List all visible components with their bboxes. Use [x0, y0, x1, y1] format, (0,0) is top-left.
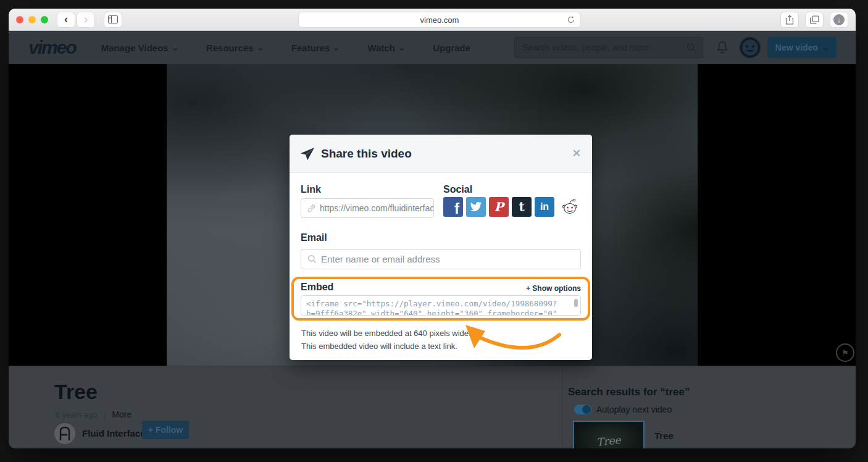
email-label: Email	[301, 232, 327, 243]
annotation-arrow-icon	[456, 321, 567, 364]
column-divider	[562, 366, 562, 448]
link-input[interactable]: https://vimeo.com/fluidinterface	[301, 198, 434, 218]
navbar-menu: Manage Videos ⌄ Resources ⌄ Features ⌄ W…	[87, 43, 485, 53]
twitter-share-button[interactable]	[466, 197, 486, 217]
twitter-bird-icon	[470, 201, 482, 212]
email-placeholder: Enter name or email address	[321, 254, 440, 264]
flag-icon: ⚑	[841, 348, 849, 358]
social-icons-row: f P t in	[443, 197, 580, 217]
meta-divider: |	[104, 410, 106, 419]
close-icon[interactable]: ✕	[572, 147, 581, 160]
traffic-lights	[16, 16, 48, 23]
fluid-interfaces-logo-icon	[59, 426, 71, 441]
search-icon	[686, 43, 696, 52]
navbar-search-input[interactable]: Search videos, people, and more	[514, 37, 703, 58]
search-results-heading: Search results for “tree”	[568, 386, 690, 398]
vimeo-navbar: vimeo Manage Videos ⌄ Resources ⌄ Featur…	[9, 31, 856, 64]
autoplay-label: Autoplay next video	[596, 405, 672, 414]
bell-icon	[716, 41, 728, 54]
channel-avatar[interactable]	[54, 423, 75, 444]
modal-header: Share this video ✕	[290, 135, 592, 173]
search-icon	[307, 254, 317, 264]
reload-icon	[567, 15, 575, 24]
avatar-smiley-icon	[738, 36, 762, 59]
social-label: Social	[443, 184, 472, 195]
reddit-share-button[interactable]	[560, 197, 580, 217]
result-thumbnail[interactable]: Tree	[573, 421, 645, 448]
minimize-window-button[interactable]	[28, 16, 36, 23]
user-avatar[interactable]	[738, 36, 762, 59]
search-placeholder: Search videos, people, and more	[522, 43, 686, 52]
follow-button[interactable]: + Follow	[142, 421, 189, 439]
paper-plane-icon	[300, 147, 315, 161]
video-meta: 6 years ago | More	[56, 410, 131, 419]
more-link[interactable]: More	[112, 410, 131, 419]
video-age: 6 years ago	[56, 410, 98, 419]
channel-name[interactable]: Fluid Interfaces	[82, 428, 151, 439]
menu-features[interactable]: Features ⌄	[277, 43, 354, 53]
embed-note-width: This video will be embedded at 640 pixel…	[301, 329, 471, 338]
linkedin-share-button[interactable]: in	[535, 197, 554, 217]
reload-button[interactable]	[567, 15, 575, 24]
menu-manage-videos[interactable]: Manage Videos ⌄	[87, 43, 192, 53]
toggle-knob	[582, 405, 591, 414]
screenshot-stage: ‹ › vimeo.com	[0, 0, 868, 462]
download-icon: ↓	[833, 14, 845, 25]
close-window-button[interactable]	[16, 16, 23, 23]
tabs-icon	[810, 15, 819, 24]
new-video-button[interactable]: New video ⌄	[767, 37, 837, 58]
menu-resources[interactable]: Resources ⌄	[192, 43, 277, 53]
address-bar[interactable]: vimeo.com	[298, 12, 581, 28]
embed-note-textlink: This embedded video will include a text …	[301, 342, 457, 351]
tumblr-share-button[interactable]: t	[512, 197, 532, 217]
link-value: https://vimeo.com/fluidinterface	[320, 203, 434, 213]
chevron-down-icon: ⌄	[398, 44, 406, 52]
sidebar-icon	[108, 15, 118, 23]
page-content: Tree 6 years ago | More Fluid Interfaces…	[9, 366, 856, 448]
chevron-down-icon: ⌄	[822, 44, 830, 52]
back-button[interactable]: ‹	[57, 12, 75, 28]
forward-button[interactable]: ›	[77, 12, 95, 28]
browser-toolbar: ‹ › vimeo.com	[9, 9, 856, 31]
result-title[interactable]: Tree	[654, 430, 674, 441]
menu-watch[interactable]: Watch ⌄	[354, 43, 419, 53]
link-label: Link	[301, 184, 321, 195]
facebook-icon: f	[454, 200, 459, 217]
pinterest-share-button[interactable]: P	[489, 197, 509, 217]
thumbnail-title-text: Tree	[596, 434, 621, 448]
sidebar-toggle-button[interactable]	[104, 12, 122, 28]
pinterest-icon: P	[494, 200, 503, 214]
zoom-window-button[interactable]	[41, 16, 48, 23]
chevron-down-icon: ⌄	[171, 44, 179, 52]
reddit-snoo-icon	[562, 198, 578, 216]
flag-report-button[interactable]: ⚑	[836, 343, 854, 362]
annotation-highlight-rect	[291, 277, 590, 321]
facebook-share-button[interactable]: f	[443, 197, 463, 217]
browser-window: ‹ › vimeo.com	[9, 9, 856, 448]
autoplay-toggle[interactable]	[574, 405, 591, 414]
url-text: vimeo.com	[420, 15, 459, 25]
tabs-overview-button[interactable]	[805, 12, 824, 28]
downloads-button[interactable]: ↓	[830, 12, 848, 28]
chevron-down-icon: ⌄	[333, 44, 341, 52]
share-page-button[interactable]	[780, 12, 799, 28]
linkedin-icon: in	[540, 201, 549, 212]
tumblr-icon: t	[519, 200, 524, 214]
share-icon	[785, 15, 794, 25]
toolbar-right-buttons: ↓	[780, 12, 848, 28]
chevron-down-icon: ⌄	[256, 44, 264, 52]
video-title: Tree	[54, 380, 98, 404]
email-input[interactable]: Enter name or email address	[301, 249, 581, 269]
history-buttons: ‹ ›	[57, 12, 95, 28]
link-chain-icon	[307, 204, 316, 213]
result-channel-link[interactable]: Fluid Interfaces	[654, 445, 709, 448]
modal-title: Share this video	[321, 147, 412, 161]
vimeo-logo[interactable]: vimeo	[28, 37, 76, 58]
menu-upgrade[interactable]: Upgrade	[419, 43, 485, 53]
notifications-button[interactable]	[716, 41, 728, 54]
